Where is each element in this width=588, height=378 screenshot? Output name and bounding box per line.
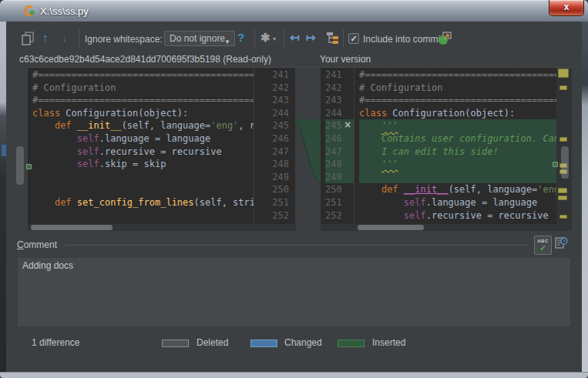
line-number: 241: [325, 69, 354, 82]
code-line: [32, 209, 254, 222]
right-horizontal-scrollbar-thumb[interactable]: [358, 225, 424, 230]
diff-connector-gap: [296, 68, 321, 231]
line-number: 246: [254, 132, 289, 146]
code-line: self.language = language: [359, 196, 556, 209]
window-border-bottom: [0, 372, 588, 378]
line-number: 251: [254, 196, 289, 209]
line-number: 247: [254, 146, 289, 159]
code-line: self.recursive = recursive: [32, 146, 254, 159]
window-border-left: [0, 22, 6, 372]
warning-stripe-marker[interactable]: [559, 215, 567, 219]
inserted-color-swatch: [338, 340, 365, 347]
comment-separator-line: [65, 245, 529, 246]
code-line: self.language = language: [32, 132, 254, 146]
app-icon: [23, 5, 35, 17]
left-vertical-scrollbar-thumb[interactable]: [16, 146, 24, 185]
commit-comment-input[interactable]: Adding docs: [17, 257, 571, 327]
ignore-whitespace-label: Ignore whitespace:: [85, 34, 163, 45]
deleted-legend-label: Deleted: [197, 337, 228, 348]
line-number: 248: [254, 158, 289, 171]
left-editor[interactable]: #=======================================…: [28, 68, 296, 231]
code-line: def __init__(self, language='eng', re: [32, 119, 254, 132]
dialog-content: ↑ ↓ Ignore whitespace: Do not ignore ▼ ?…: [6, 22, 582, 372]
difference-count: 1 difference: [32, 337, 80, 348]
line-number: 250: [254, 183, 289, 196]
right-code-area: #=======================================…: [354, 69, 556, 222]
code-line: I can edit this side!: [359, 146, 556, 159]
code-line: #=======================================…: [32, 69, 254, 82]
line-number: 247: [325, 146, 354, 159]
line-number: 241: [254, 69, 289, 82]
deleted-color-swatch: [162, 340, 189, 347]
commit-history-icon[interactable]: [555, 237, 568, 250]
warning-stripe-marker[interactable]: [559, 137, 567, 142]
code-line: #=======================================…: [359, 69, 556, 82]
left-horizontal-scrollbar-thumb[interactable]: [31, 225, 113, 230]
ignore-whitespace-dropdown[interactable]: Do not ignore ▼: [164, 31, 235, 46]
right-pane-title: Your version: [320, 54, 371, 65]
include-commit-checkbox[interactable]: ✓: [348, 33, 359, 44]
changed-color-swatch: [250, 340, 277, 347]
line-number: 251: [325, 196, 354, 209]
right-editor[interactable]: 241242243244245246247248249250251252 #==…: [321, 68, 572, 231]
left-code-area: #=======================================…: [28, 69, 254, 222]
gear-caret-icon[interactable]: ▾: [273, 35, 276, 42]
spellcheck-check-icon: ✓: [535, 244, 551, 253]
code-line: self.skip = skip: [32, 158, 254, 171]
help-icon[interactable]: ?: [237, 31, 244, 44]
ignore-whitespace-value: Do not ignore: [170, 33, 225, 44]
spellcheck-toggle-button[interactable]: ABC ✓: [534, 236, 552, 255]
warning-stripe-marker[interactable]: [558, 196, 567, 200]
code-line: # Configuration: [359, 82, 556, 95]
commit-scope-icon[interactable]: [438, 32, 452, 45]
copy-icon[interactable]: [22, 32, 35, 45]
gear-icon[interactable]: ✱: [260, 31, 270, 45]
line-number: 252: [254, 209, 289, 222]
code-line: [32, 171, 254, 184]
line-number: 243: [254, 94, 289, 107]
left-line-numbers: 241242243244245246247248249250251252: [254, 69, 296, 230]
apply-left-icon[interactable]: ↤: [290, 31, 300, 45]
inserted-diff-wedge: [296, 119, 321, 183]
window-border-right: [582, 22, 588, 372]
code-line: class Configuration(object):: [32, 107, 254, 120]
warning-stripe-marker[interactable]: [559, 85, 567, 90]
line-number: 243: [325, 94, 354, 107]
window-title: X:\ss\ss.py: [40, 5, 89, 17]
revert-change-icon[interactable]: ×: [342, 120, 353, 131]
apply-right-icon[interactable]: ↦: [306, 31, 316, 45]
right-vertical-scrollbar-thumb[interactable]: [561, 146, 569, 179]
code-line: [32, 183, 254, 196]
changelist-tree-icon[interactable]: [326, 32, 340, 45]
code-line: #=======================================…: [359, 94, 556, 107]
inserted-legend-label: Inserted: [372, 337, 405, 348]
code-line: ''': [359, 158, 556, 171]
fold-marker-icon: [553, 162, 558, 167]
right-line-numbers: 241242243244245246247248249250251252: [321, 69, 354, 230]
code-line: #=======================================…: [32, 94, 254, 107]
line-number: 242: [325, 82, 354, 95]
close-button[interactable]: x: [549, 0, 584, 16]
toolbar-separator: [254, 30, 255, 47]
toolbar-separator: [284, 30, 284, 47]
code-line: def set_config_from_lines(self, stri: [32, 196, 254, 209]
line-number: 248: [325, 158, 354, 171]
line-number: 244: [325, 107, 354, 120]
line-number: 242: [254, 82, 289, 95]
left-pane-title: c63c6cedbe92b4d54ace2d841dd700695f3b5198…: [19, 54, 271, 65]
warning-stripe-marker[interactable]: [558, 188, 567, 193]
line-number: 246: [325, 132, 354, 146]
code-line: def __init__(self, language='eng: [359, 183, 556, 196]
code-line: # Configuration: [32, 82, 254, 95]
next-difference-icon[interactable]: ↓: [62, 31, 68, 44]
previous-difference-icon[interactable]: ↑: [42, 31, 49, 44]
line-number: 245: [254, 119, 289, 132]
warning-stripe-marker[interactable]: [558, 69, 569, 78]
changed-legend-label: Changed: [284, 337, 322, 348]
line-number: 250: [325, 183, 354, 196]
include-commit-label: Include into commit: [363, 34, 442, 45]
diff-window: X:\ss\ss.py x ↑ ↓ Ignore whitespace: Do …: [0, 0, 588, 378]
fold-marker-icon: [26, 164, 32, 169]
toolbar-separator: [343, 30, 344, 47]
title-bar[interactable]: X:\ss\ss.py x: [0, 0, 588, 22]
